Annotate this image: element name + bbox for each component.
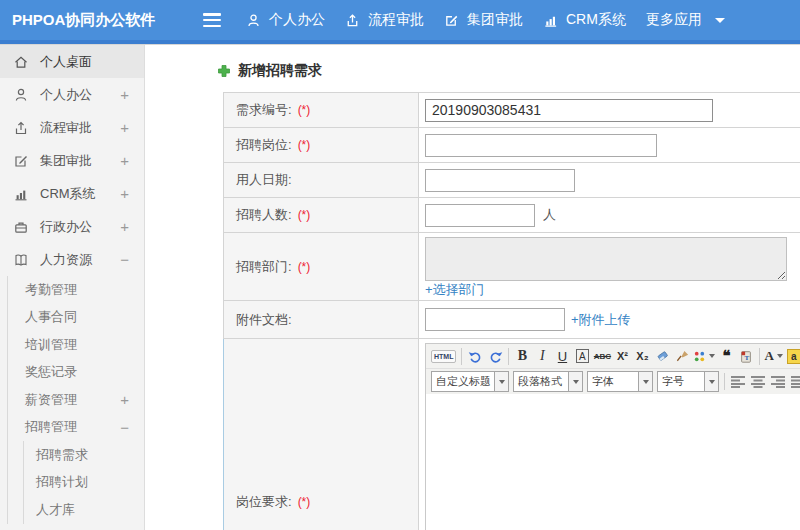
flow-icon	[345, 13, 360, 28]
expand-icon[interactable]: −	[120, 419, 129, 436]
nav-group-approval[interactable]: 集团审批	[434, 11, 533, 29]
expand-icon[interactable]: +	[120, 391, 129, 408]
department-textarea[interactable]	[425, 237, 787, 281]
sidebar-item-hr-contract[interactable]: 人事合同	[8, 304, 144, 332]
blockquote-button[interactable]: ❝	[717, 346, 735, 366]
form-row: 招聘岗位:(*)	[224, 128, 800, 163]
flow-icon	[13, 119, 30, 136]
expand-icon[interactable]: +	[120, 86, 129, 103]
nav-personal-office[interactable]: 个人办公	[236, 11, 335, 29]
paragraph-format-select[interactable]: 段落格式	[513, 371, 583, 392]
field-label: 附件文档:	[236, 312, 292, 327]
attachment-upload-link[interactable]: +附件上传	[571, 312, 631, 327]
align-justify-icon[interactable]	[789, 372, 800, 392]
highlight-button[interactable]: a	[787, 349, 800, 364]
custom-title-select[interactable]: 自定义标题	[431, 371, 509, 392]
sidebar-item-crm[interactable]: CRM系统 +	[0, 177, 144, 210]
color-palette-icon[interactable]	[693, 346, 715, 366]
sidebar-item-recruit-demand[interactable]: 招聘需求	[24, 441, 144, 469]
sidebar-item-recruit-plan[interactable]: 招聘计划	[24, 469, 144, 497]
align-center-icon[interactable]	[749, 372, 767, 392]
font-size-button[interactable]: A	[576, 349, 589, 363]
undo-icon[interactable]	[466, 346, 484, 366]
field-label: 招聘岗位:	[236, 137, 292, 152]
font-size-select[interactable]: 字号	[657, 371, 719, 392]
hr-submenu: 考勤管理 人事合同 培训管理 奖惩记录 薪资管理+ 招聘管理− 招聘需求 招聘计…	[7, 276, 144, 524]
field-label: 招聘人数:	[236, 207, 292, 222]
sidebar-item-label: 流程审批	[40, 119, 92, 137]
recruit-submenu: 招聘需求 招聘计划 人才库	[23, 441, 144, 524]
chart-icon	[543, 13, 558, 28]
font-color-button[interactable]: A	[764, 346, 782, 366]
sidebar-item-talent-pool[interactable]: 人才库	[24, 496, 144, 524]
font-family-select[interactable]: 字体	[587, 371, 653, 392]
field-label: 需求编号:	[236, 102, 292, 117]
align-right-icon[interactable]	[769, 372, 787, 392]
select-department-link[interactable]: +选择部门	[425, 283, 800, 297]
underline-button[interactable]: U	[553, 346, 571, 366]
editor-toolbar-row2: 自定义标题 段落格式 字体 字号	[426, 369, 800, 394]
unit-label: 人	[543, 207, 556, 222]
sidebar-item-label: 集团审批	[40, 152, 92, 170]
editor-toolbar-row1: HTML B I U A	[426, 344, 800, 369]
field-label: 招聘部门:	[236, 259, 292, 274]
eraser-icon[interactable]	[653, 346, 671, 366]
format-brush-icon[interactable]	[673, 346, 691, 366]
menu-toggle-icon[interactable]	[203, 13, 221, 27]
demand-number-input[interactable]	[425, 99, 713, 122]
redo-icon[interactable]	[486, 346, 504, 366]
page-title: 新增招聘需求	[217, 62, 800, 80]
sidebar-item-admin-office[interactable]: 行政办公 +	[0, 210, 144, 243]
nav-more-apps[interactable]: 更多应用	[636, 11, 735, 29]
editor-content-area[interactable]	[426, 394, 800, 530]
sidebar-item-group-approval[interactable]: 集团审批 +	[0, 144, 144, 177]
expand-icon[interactable]: +	[120, 152, 129, 169]
briefcase-icon	[13, 218, 30, 235]
main-content: 新增招聘需求 需求编号:(*) 招聘岗位:(*) 用人日期: 招聘人数:(*) …	[145, 45, 800, 530]
sidebar-item-desktop[interactable]: 个人桌面	[0, 45, 144, 78]
app-logo: PHPOA协同办公软件	[0, 11, 203, 30]
paste-icon[interactable]: T	[737, 346, 755, 366]
chart-icon	[13, 185, 30, 202]
attachment-input[interactable]	[425, 308, 565, 331]
sidebar-item-personal-office[interactable]: 个人办公 +	[0, 78, 144, 111]
required-mark: (*)	[298, 208, 311, 222]
strikethrough-button[interactable]: ABC	[593, 346, 611, 366]
align-left-icon[interactable]	[729, 372, 747, 392]
form-row: 招聘人数:(*) 人	[224, 198, 800, 233]
sidebar-item-training[interactable]: 培训管理	[8, 331, 144, 359]
expand-icon[interactable]: +	[120, 119, 129, 136]
sidebar-item-workflow[interactable]: 流程审批 +	[0, 111, 144, 144]
expand-icon[interactable]: −	[120, 251, 129, 268]
sidebar-item-attendance[interactable]: 考勤管理	[8, 276, 144, 304]
position-input[interactable]	[425, 134, 657, 157]
field-label: 用人日期:	[236, 172, 292, 187]
nav-label: 流程审批	[368, 11, 424, 29]
expand-icon[interactable]: +	[120, 218, 129, 235]
nav-label: 集团审批	[467, 11, 523, 29]
sidebar-item-recruit-mgmt[interactable]: 招聘管理−	[8, 414, 144, 442]
html-source-button[interactable]: HTML	[431, 350, 456, 363]
form-row: 岗位要求:(*) HTML B	[224, 339, 800, 530]
edit-icon	[444, 13, 459, 28]
hire-date-input[interactable]	[425, 169, 575, 192]
nav-label: CRM系统	[566, 11, 626, 29]
headcount-input[interactable]	[425, 204, 535, 227]
sidebar: 个人桌面 个人办公 + 流程审批 + 集团审批 +	[0, 45, 145, 530]
edit-icon	[13, 152, 30, 169]
subscript-button[interactable]: X₂	[633, 346, 651, 366]
expand-icon[interactable]: +	[120, 185, 129, 202]
nav-crm[interactable]: CRM系统	[533, 11, 636, 29]
superscript-button[interactable]: X²	[613, 346, 631, 366]
italic-button[interactable]: I	[533, 346, 551, 366]
user-icon	[13, 86, 30, 103]
sidebar-item-salary[interactable]: 薪资管理+	[8, 386, 144, 414]
caret-down-icon	[777, 354, 783, 358]
nav-workflow-approval[interactable]: 流程审批	[335, 11, 434, 29]
form-row: 招聘部门:(*) +选择部门	[224, 233, 800, 301]
sidebar-item-hr[interactable]: 人力资源 −	[0, 243, 144, 276]
sidebar-item-label: 行政办公	[40, 218, 92, 236]
bold-button[interactable]: B	[513, 346, 531, 366]
form-row: 需求编号:(*)	[224, 93, 800, 128]
sidebar-item-rewards[interactable]: 奖惩记录	[8, 359, 144, 387]
